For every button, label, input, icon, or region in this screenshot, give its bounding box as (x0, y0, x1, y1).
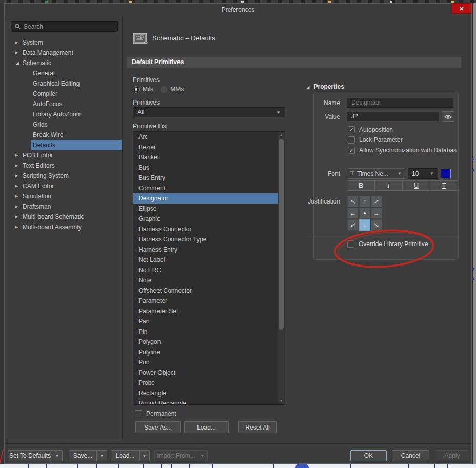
primitive-list-item-note[interactable]: Note (133, 275, 278, 286)
justify-center-button[interactable]: ● (359, 208, 370, 219)
checkbox-allow-synchronization-with-databas[interactable]: ✓ (348, 147, 355, 154)
scroll-up-icon[interactable]: ▲ (278, 132, 284, 138)
primitive-list-item-no-erc[interactable]: No ERC (133, 265, 278, 275)
primitive-list-item-net-label[interactable]: Net Label (133, 255, 278, 265)
sidebar-item-draftsman[interactable]: ▶Draftsman (8, 201, 122, 212)
primitive-list-item-probe[interactable]: Probe (133, 378, 278, 388)
justify-bottom-left-button[interactable]: ↙ (347, 219, 359, 231)
permanent-checkbox[interactable] (135, 410, 142, 417)
checkbox-row-autoposition[interactable]: ✓Autoposition (348, 125, 463, 135)
scrollbar-thumb[interactable] (279, 139, 284, 330)
primitive-list-scrollbar[interactable]: ▲ ▼ (278, 132, 284, 404)
sidebar-item-pcb-editor[interactable]: ▶PCB Editor (8, 150, 122, 160)
close-button[interactable]: ✕ (451, 3, 471, 14)
primitive-list-item-harness-connector[interactable]: Harness Connector (133, 224, 278, 234)
justify-bottom-button[interactable]: ↓ (359, 219, 370, 231)
sidebar-item-general[interactable]: General (8, 68, 122, 78)
sidebar-item-multi-board-schematic[interactable]: ▶Multi-board Schematic (8, 212, 122, 222)
footer-button-label[interactable]: Load... (111, 450, 140, 461)
sidebar-item-graphical-editing[interactable]: Graphical Editing (8, 78, 122, 89)
justify-bottom-right-button[interactable]: ↘ (371, 219, 382, 231)
button-ok[interactable]: OK (350, 450, 387, 461)
justify-left-button[interactable]: ← (347, 208, 359, 219)
override-library-checkbox[interactable] (347, 240, 354, 248)
tree-collapsed-icon[interactable]: ▶ (15, 171, 18, 181)
primitive-list-item-ellipse[interactable]: Ellipse (133, 204, 278, 214)
search-input[interactable]: Search (11, 21, 118, 32)
footer-button-set-to-defaults[interactable]: Set To Defaults▼ (8, 450, 63, 461)
checkbox-row-lock-parameter[interactable]: Lock Parameter (348, 135, 463, 145)
font-size-dropdown[interactable]: 10 ▼ (408, 168, 438, 179)
radio-mils[interactable]: Mils (133, 86, 153, 93)
primitive-list-item-pin[interactable]: Pin (133, 327, 278, 337)
sidebar-item-cam-editor[interactable]: ▶CAM Editor (8, 181, 122, 191)
sidebar-item-data-management[interactable]: ▶Data Management (8, 48, 122, 58)
permanent-checkbox-row[interactable]: Permanent (135, 410, 176, 418)
primitive-list-item-bus[interactable]: Bus (133, 162, 278, 173)
font-family-dropdown[interactable]: T Times Ne... ▼ (347, 168, 405, 179)
primitive-list-item-round-rectangle[interactable]: Round Rectangle (133, 398, 278, 405)
primitive-list-item-bus-entry[interactable]: Bus Entry (133, 173, 278, 183)
name-field[interactable]: Designator (347, 98, 453, 108)
chevron-down-icon[interactable]: ▼ (97, 450, 107, 461)
justify-top-button[interactable]: ↑ (359, 196, 370, 207)
footer-button-save[interactable]: Save...▼ (69, 450, 107, 461)
tree-collapsed-icon[interactable]: ▶ (15, 212, 18, 222)
sidebar-item-break-wire[interactable]: Break Wire (8, 130, 122, 140)
visibility-eye-button[interactable] (442, 111, 454, 122)
sidebar-item-schematic[interactable]: ◢Schematic (8, 58, 122, 68)
tree-collapsed-icon[interactable]: ▶ (15, 150, 18, 160)
footer-button-label[interactable]: Set To Defaults (8, 450, 52, 461)
italic-button[interactable]: I (374, 181, 402, 190)
chevron-down-icon[interactable]: ▼ (52, 450, 63, 461)
strikethrough-button[interactable]: T (430, 181, 458, 190)
primitive-list-item-arc[interactable]: Arc (133, 132, 278, 142)
justify-right-button[interactable]: → (371, 208, 382, 219)
chevron-down-icon[interactable]: ▼ (140, 450, 150, 461)
bold-button[interactable]: B (347, 181, 374, 190)
button-load[interactable]: Load... (184, 421, 229, 433)
sidebar-item-defaults[interactable]: Defaults (8, 140, 122, 150)
primitives-filter-dropdown[interactable]: All ▼ (133, 107, 285, 117)
sidebar-item-compiler[interactable]: Compiler (8, 89, 122, 99)
sidebar-item-grids[interactable]: Grids (8, 119, 122, 130)
tree-collapsed-icon[interactable]: ▶ (15, 160, 18, 171)
tree-collapsed-icon[interactable]: ▶ (15, 48, 18, 58)
sidebar-item-autofocus[interactable]: AutoFocus (8, 99, 122, 109)
primitive-list-item-parameter-set[interactable]: Parameter Set (133, 306, 278, 316)
primitive-list-item-power-object[interactable]: Power Object (133, 368, 278, 378)
primitive-list-item-polyline[interactable]: Polyline (133, 347, 278, 357)
primitive-list-item-harness-connector-type[interactable]: Harness Connector Type (133, 234, 278, 245)
sidebar-item-scripting-system[interactable]: ▶Scripting System (8, 171, 122, 181)
button-reset-all[interactable]: Reset All (238, 421, 277, 433)
primitive-list-item-part[interactable]: Part (133, 316, 278, 327)
value-field[interactable]: J? (347, 112, 439, 121)
properties-section-header[interactable]: ◢ Properties (306, 83, 344, 90)
tree-collapsed-icon[interactable]: ▶ (15, 181, 18, 191)
primitive-list-item-port[interactable]: Port (133, 357, 278, 368)
checkbox-lock-parameter[interactable] (348, 136, 355, 144)
tree-collapsed-icon[interactable]: ▶ (15, 191, 18, 201)
tree-collapsed-icon[interactable]: ▶ (15, 37, 18, 48)
primitive-list-item-rectangle[interactable]: Rectangle (133, 388, 278, 398)
radio-mms[interactable]: MMs (161, 86, 184, 93)
justify-top-left-button[interactable]: ↖ (347, 196, 359, 207)
justify-top-right-button[interactable]: ↗ (371, 196, 382, 207)
override-row[interactable]: Override Library Primitive (347, 239, 428, 248)
button-cancel[interactable]: Cancel (392, 450, 429, 461)
primitive-list-item-graphic[interactable]: Graphic (133, 214, 278, 224)
primitive-list-item-bezier[interactable]: Bezier (133, 142, 278, 152)
footer-button-load[interactable]: Load...▼ (111, 450, 150, 461)
tree-collapsed-icon[interactable]: ▶ (15, 222, 18, 232)
primitive-list-item-comment[interactable]: Comment (133, 183, 278, 193)
underline-button[interactable]: U (402, 181, 430, 190)
sidebar-item-simulation[interactable]: ▶Simulation (8, 191, 122, 201)
sidebar-item-library-autozoom[interactable]: Library AutoZoom (8, 109, 122, 119)
scroll-down-icon[interactable]: ▼ (278, 398, 284, 404)
font-color-swatch[interactable] (441, 169, 451, 178)
checkbox-autoposition[interactable]: ✓ (348, 126, 355, 133)
primitive-list-item-harness-entry[interactable]: Harness Entry (133, 245, 278, 255)
tree-collapsed-icon[interactable]: ▶ (15, 201, 18, 212)
sidebar-item-multi-board-assembly[interactable]: ▶Multi-board Assembly (8, 222, 122, 232)
checkbox-row-allow-synchronization-with-databas[interactable]: ✓Allow Synchronization with Databas (348, 145, 463, 155)
